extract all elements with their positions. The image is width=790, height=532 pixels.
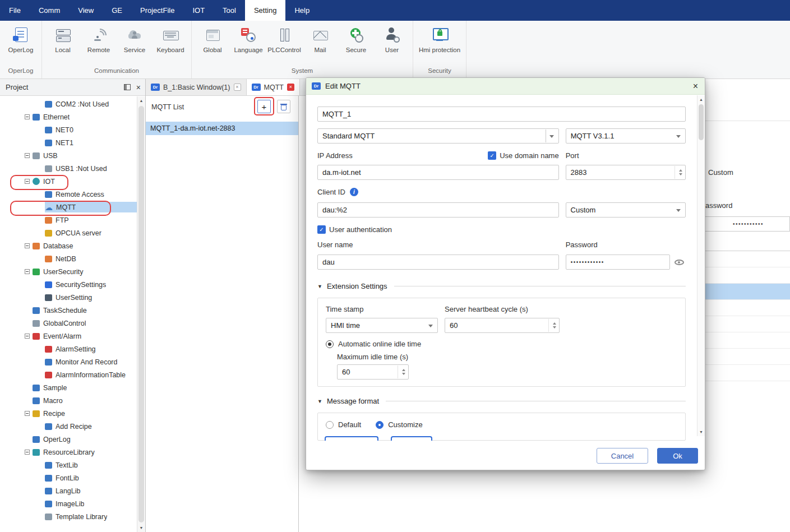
menu-iot[interactable]: IOT bbox=[183, 0, 214, 21]
mail-button[interactable]: Mail bbox=[302, 25, 338, 53]
format-default-radio[interactable] bbox=[326, 421, 334, 429]
heartbeat-input[interactable]: 60 bbox=[445, 318, 560, 333]
user-button[interactable]: User bbox=[374, 25, 410, 53]
user-auth-checkbox[interactable]: ✓ bbox=[317, 225, 326, 234]
tree-item-monitor-and-record[interactable]: Monitor And Record bbox=[0, 355, 137, 368]
tree-expander-icon[interactable] bbox=[25, 450, 30, 455]
mqtt-name-input[interactable]: MQTT_1 bbox=[317, 107, 686, 122]
tree-item-usb[interactable]: USB bbox=[0, 149, 137, 162]
client-id-input[interactable]: dau:%2 bbox=[317, 202, 559, 218]
info-icon[interactable]: i bbox=[350, 188, 358, 196]
menu-help[interactable]: Help bbox=[285, 0, 318, 21]
auto-idle-radio[interactable] bbox=[326, 340, 334, 348]
operlog-button[interactable]: OperLog bbox=[3, 25, 39, 53]
tree-item-opcua-server[interactable]: OPCUA server bbox=[0, 226, 137, 239]
tree-item-iot[interactable]: IOT bbox=[0, 175, 137, 188]
menu-file[interactable]: File bbox=[0, 0, 30, 21]
tree-item-net1[interactable]: NET1 bbox=[0, 136, 137, 149]
tree-item-com2-not-used[interactable]: COM2 :Not Used bbox=[0, 98, 137, 110]
tree-item-fontlib[interactable]: FontLib bbox=[0, 471, 137, 484]
tree-item-langlib[interactable]: LangLib bbox=[0, 484, 137, 497]
global-button[interactable]: Global bbox=[195, 25, 230, 53]
menu-view[interactable]: View bbox=[69, 0, 103, 21]
time-stamp-select[interactable]: HMI time bbox=[326, 318, 438, 333]
dialog-close-icon[interactable]: × bbox=[693, 82, 698, 91]
tab-close-icon[interactable]: × bbox=[287, 84, 294, 91]
delete-mqtt-button[interactable] bbox=[277, 100, 290, 113]
port-input[interactable]: 2883 bbox=[566, 165, 686, 180]
scrollbar-thumb[interactable] bbox=[138, 106, 144, 522]
tree-item-ethernet[interactable]: Ethernet bbox=[0, 110, 137, 123]
client-id-mode-select[interactable]: Custom bbox=[566, 202, 686, 218]
tree-expander-icon[interactable] bbox=[25, 411, 30, 416]
spinner-down-icon[interactable] bbox=[553, 326, 556, 329]
tree-item-database[interactable]: Database bbox=[0, 239, 137, 252]
ok-button[interactable]: Ok bbox=[657, 448, 698, 464]
menu-ge[interactable]: GE bbox=[103, 0, 131, 21]
tree-item-globalcontrol[interactable]: GlobalControl bbox=[0, 317, 137, 330]
tree-item-resourcelibrary[interactable]: ResourceLibrary bbox=[0, 446, 137, 459]
ip-address-input[interactable]: da.m-iot.net bbox=[317, 165, 559, 180]
tree-expander-icon[interactable] bbox=[25, 153, 30, 158]
tree-item-operlog[interactable]: OperLog bbox=[0, 433, 137, 446]
tree-item-template-library[interactable]: Template Library bbox=[0, 510, 137, 523]
version-select[interactable]: MQTT V3.1.1 bbox=[566, 128, 686, 144]
keyboard-button[interactable]: Keyboard bbox=[153, 25, 188, 53]
tree-expander-icon[interactable] bbox=[25, 114, 30, 119]
project-tree-scrollbar[interactable]: ▲ ▼ bbox=[137, 96, 145, 532]
spinner-up-icon[interactable] bbox=[402, 369, 405, 371]
scrollbar-thumb[interactable] bbox=[699, 104, 704, 140]
scroll-up-icon[interactable]: ▲ bbox=[137, 96, 145, 105]
mqtt-list-item[interactable]: MQTT_1-da.m-iot.net-2883 bbox=[146, 122, 298, 135]
tree-item-usb1-not-used[interactable]: USB1 :Not Used bbox=[0, 162, 137, 175]
dialog-scrollbar[interactable]: ▲ ▼ bbox=[697, 95, 705, 436]
tab-b-1-basic-window-1[interactable]: DrB_1:Basic Window(1)× bbox=[146, 79, 247, 95]
spinner-down-icon[interactable] bbox=[679, 173, 682, 175]
section-collapse-icon[interactable]: ▼ bbox=[317, 284, 322, 289]
tree-item-alarminformationtable[interactable]: AlarmInformationTable bbox=[0, 368, 137, 381]
remote-button[interactable]: Remote bbox=[81, 25, 117, 53]
menu-tool[interactable]: Tool bbox=[214, 0, 245, 21]
tree-item-recipe[interactable]: Recipe bbox=[0, 407, 137, 420]
spinner-up-icon[interactable] bbox=[679, 169, 682, 172]
dock-panel-icon[interactable] bbox=[124, 84, 131, 90]
tree-item-remote-access[interactable]: Remote Access bbox=[0, 188, 137, 201]
scroll-down-icon[interactable]: ▼ bbox=[697, 428, 705, 436]
tree-item-taskschedule[interactable]: TaskSchedule bbox=[0, 304, 137, 317]
tree-item-textlib[interactable]: TextLib bbox=[0, 459, 137, 471]
message-format-section[interactable]: ▼ Message format bbox=[317, 397, 686, 405]
password-input[interactable]: •••••••••••• bbox=[566, 255, 670, 270]
tree-item-ftp[interactable]: FTP bbox=[0, 214, 137, 226]
tree-item-event-alarm[interactable]: Event/Alarm bbox=[0, 330, 137, 343]
tree-item-netdb[interactable]: NetDB bbox=[0, 252, 137, 265]
scroll-up-icon[interactable]: ▲ bbox=[697, 95, 705, 104]
tree-item-macro[interactable]: Macro bbox=[0, 394, 137, 407]
language-button[interactable]: Language bbox=[230, 25, 266, 53]
user-name-input[interactable]: dau bbox=[317, 255, 559, 270]
tree-item-add-recipe[interactable]: Add Recipe bbox=[0, 420, 137, 433]
tree-item-net0[interactable]: NET0 bbox=[0, 123, 137, 136]
close-panel-icon[interactable]: × bbox=[136, 84, 141, 91]
menu-comm[interactable]: Comm bbox=[30, 0, 69, 21]
extension-settings-section[interactable]: ▼ Extension Settings bbox=[317, 282, 686, 290]
format-customize-radio[interactable] bbox=[376, 421, 384, 429]
menu-setting[interactable]: Setting bbox=[245, 0, 285, 21]
tree-item-sample[interactable]: Sample bbox=[0, 381, 137, 394]
tree-expander-icon[interactable] bbox=[25, 243, 30, 248]
tree-item-imagelib[interactable]: ImageLib bbox=[0, 497, 137, 510]
tab-mqtt[interactable]: DrMQTT× bbox=[247, 79, 300, 95]
add-mqtt-button[interactable]: + bbox=[257, 100, 271, 113]
section-collapse-icon[interactable]: ▼ bbox=[317, 399, 322, 404]
spinner-up-icon[interactable] bbox=[553, 322, 556, 325]
tab-close-icon[interactable]: × bbox=[234, 84, 241, 91]
protocol-select[interactable]: Standard MQTT bbox=[317, 128, 559, 144]
tree-expander-icon[interactable] bbox=[25, 269, 30, 274]
show-password-icon[interactable] bbox=[674, 260, 684, 265]
tree-item-alarmsetting[interactable]: AlarmSetting bbox=[0, 343, 137, 355]
service-button[interactable]: Service bbox=[117, 25, 153, 53]
tree-item-usersecurity[interactable]: UserSecurity bbox=[0, 265, 137, 278]
cancel-button[interactable]: Cancel bbox=[597, 448, 648, 464]
menu-projectfile[interactable]: ProjectFile bbox=[131, 0, 183, 21]
plccontrol-button[interactable]: PLCControl bbox=[266, 25, 302, 53]
scroll-down-icon[interactable]: ▼ bbox=[137, 524, 145, 532]
